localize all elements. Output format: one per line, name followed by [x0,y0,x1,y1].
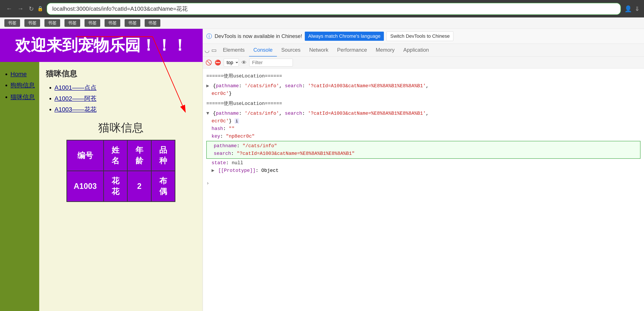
sidebar-item-dogs[interactable]: 狗狗信息 [10,81,35,89]
clear-console-icon[interactable]: 🚫 [206,60,212,66]
col-breed: 品种 [151,140,175,171]
object-ecr: ecr0c'} [206,90,640,98]
tab-sources[interactable]: Sources [277,44,305,57]
page-title: 欢迎来到宠物乐园！！！ [9,35,194,56]
browser-chrome: ← → ↻ 🔒 localhost:3000/cats/info?catId=A… [0,0,644,18]
devtools-panel: ⓘ DevTools is now available in Chinese! … [202,29,644,311]
tab-elements[interactable]: Elements [218,44,249,57]
device-icon[interactable]: ▭ [211,47,217,54]
separator-2: ======使用useLocation====== [206,100,640,108]
main-layout: 欢迎来到宠物乐园！！！ Home 狗狗信息 猫咪信息 [0,29,644,311]
cat-info-section: 猫咪信息 编号 姓名 年龄 品种 A1003 [46,120,196,202]
eye-icon[interactable]: 👁 [242,60,246,66]
lock-icon: 🔒 [37,6,43,12]
table-header: 编号 姓名 年龄 品种 [67,140,175,171]
tab-application[interactable]: Application [399,44,433,57]
tab-memory[interactable]: Memory [372,44,399,57]
cell-breed: 布偶 [151,171,175,202]
proto-expand-icon[interactable]: ▶ [212,168,214,173]
console-input-area: › [206,180,640,187]
list-item: A1003——花花 [54,105,196,114]
tab-network[interactable]: Network [305,44,333,57]
prototype-property: ▶ [[Prototype]]: Object [206,167,640,174]
bookmark-item[interactable]: 书签 [24,19,40,27]
cell-name: 花花 [104,171,128,202]
cat-table: 编号 姓名 年龄 品种 A1003 花花 2 布偶 [66,140,176,202]
execution-context-select[interactable]: top [224,59,239,67]
cat-link-a1001[interactable]: A1001——点点 [54,84,96,91]
bookmark-item[interactable]: 书签 [124,19,140,27]
cat-link-a1002[interactable]: A1002——阿苍 [54,95,96,102]
bookmark-item[interactable]: 书签 [104,19,120,27]
hash-property: hash: "" [206,125,640,133]
console-object-1: ▶ {pathname: '/cats/info', search: '?cat… [206,81,640,98]
page-content: Home 狗狗信息 猫咪信息 猫咪信息 A1001——点点 [0,62,202,311]
devtools-notification: ⓘ DevTools is now available in Chinese! … [203,29,644,44]
nav-buttons: ← → ↻ 🔒 [4,4,43,13]
profile-icon[interactable]: 👤 [624,5,632,13]
expand-icon-2[interactable]: ▼ [206,111,209,116]
expand-icon[interactable]: ▶ [206,83,209,89]
cat-info-title: 猫咪信息 [46,120,196,135]
table-header-row: 编号 姓名 年龄 品种 [67,140,175,171]
download-icon[interactable]: ⇓ [635,5,640,13]
list-item: A1002——阿苍 [54,94,196,103]
switch-devtools-button[interactable]: Switch DevTools to Chinese [386,32,453,41]
cell-id: A1003 [67,171,104,202]
table-body: A1003 花花 2 布偶 [67,171,175,202]
browser-actions: 👤 ⇓ [624,5,640,13]
tab-console[interactable]: Console [249,44,277,57]
address-bar[interactable]: localhost:3000/cats/info?catId=A1003&cat… [46,3,621,15]
devtools-tab-icons: ◡ ▭ [204,47,217,54]
console-output: ======使用useLocation====== ▶ {pathname: '… [203,69,644,311]
info-icon: ⓘ [206,33,212,40]
devtools-tabs: ◡ ▭ Elements Console Sources Network Per… [203,44,644,57]
key-property: key: "np8ecr0c" [206,133,640,140]
reload-button[interactable]: ↻ [27,4,36,13]
console-object-2: ▼ {pathname: '/cats/info', search: '?cat… [206,109,640,176]
bookmark-item[interactable]: 书签 [64,19,80,27]
tab-performance[interactable]: Performance [333,44,371,57]
ecr-line: ecr0c'} i [206,117,640,125]
separator-1: ======使用useLocation====== [206,72,640,80]
bookmark-item[interactable]: 书签 [44,19,60,27]
match-language-button[interactable]: Always match Chrome's language [305,32,384,41]
block-icon[interactable]: ⛔ [214,60,221,66]
cell-age: 2 [128,171,151,202]
list-item: A1001——点点 [54,84,196,92]
sidebar-link-home[interactable]: Home [10,71,27,77]
sidebar-item-cats[interactable]: 猫咪信息 [10,93,35,101]
sidebar-link-cats[interactable]: 猫咪信息 [10,94,35,100]
pathname-property: pathname: "/cats/info" [208,142,638,150]
sidebar-link-dogs[interactable]: 狗狗信息 [10,82,35,89]
url-text: localhost:3000/cats/info?catId=A1003&cat… [52,5,188,13]
webpage: 欢迎来到宠物乐园！！！ Home 狗狗信息 猫咪信息 [0,29,202,311]
sidebar-item-home[interactable]: Home [10,71,35,78]
highlighted-properties: pathname: "/cats/info" search: "?catId=A… [206,141,640,159]
bookmarks-bar: 书签 书签 书签 书签 书签 书签 书签 书签 [0,18,644,29]
col-name: 姓名 [104,140,128,171]
cat-list-section: 猫咪信息 A1001——点点 A1002——阿苍 A1003——花花 [46,69,196,114]
page-header: 欢迎来到宠物乐园！！！ [0,29,202,62]
sidebar: Home 狗狗信息 猫咪信息 [0,62,39,311]
search-property: search: "?catId=A1003&catName=%E8%8A%B1%… [208,150,638,157]
state-property: state: null [206,159,640,167]
notification-text: DevTools is now available in Chinese! [214,33,302,39]
cats-section-title: 猫咪信息 [46,69,196,79]
cat-link-a1003[interactable]: A1003——花花 [54,106,96,113]
inspect-icon[interactable]: ◡ [204,47,210,54]
back-button[interactable]: ← [4,4,14,13]
col-id: 编号 [67,140,104,171]
devtools-toolbar: 🚫 ⛔ top 👁 [203,57,644,69]
object-preview: {pathname: '/cats/info', search: '?catId… [213,83,428,89]
bookmark-item[interactable]: 书签 [145,19,160,27]
table-row: A1003 花花 2 布偶 [67,171,175,202]
forward-button[interactable]: → [16,4,25,13]
cat-links-list: A1001——点点 A1002——阿苍 A1003——花花 [46,84,196,114]
content-area: 猫咪信息 A1001——点点 A1002——阿苍 A1003——花花 [39,62,202,311]
col-age: 年龄 [128,140,151,171]
console-filter-input[interactable] [249,59,293,67]
console-chevron: › [206,181,209,186]
bookmark-item[interactable]: 书签 [4,19,20,27]
bookmark-item[interactable]: 书签 [84,19,100,27]
